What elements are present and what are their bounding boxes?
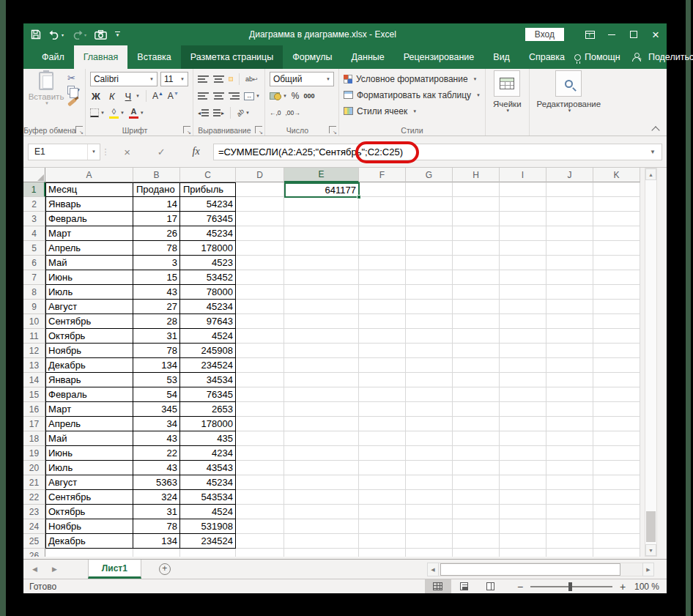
cell-E20[interactable] [284,461,359,475]
cell-D21[interactable] [236,475,284,490]
cell-K15[interactable] [593,387,640,402]
cell-F6[interactable] [359,256,406,270]
cell-A23[interactable]: Октябрь [45,505,133,519]
underline-button[interactable]: Ч [122,91,134,102]
cell-D14[interactable] [236,373,284,387]
cell-G2[interactable] [406,197,453,212]
cell-F10[interactable] [359,314,406,329]
cell-K26[interactable] [593,549,640,557]
cell-B22[interactable]: 324 [133,490,180,505]
cell-H12[interactable] [453,344,500,358]
row-header-1[interactable]: 1 [23,182,45,197]
cell-I8[interactable] [500,285,546,300]
align-bottom-icon[interactable] [229,77,233,81]
cell-K17[interactable] [593,417,640,431]
cell-F14[interactable] [359,373,406,387]
cell-J20[interactable] [546,461,593,475]
cell-E9[interactable] [284,300,359,314]
cell-H2[interactable] [453,197,500,212]
cell-K19[interactable] [593,446,640,461]
comma-style-button[interactable]: 000 [304,92,315,100]
vertical-scrollbar[interactable]: ▲ ▼ [645,168,657,557]
cell-K3[interactable] [593,212,640,226]
row-header-20[interactable]: 20 [23,461,45,475]
cell-B5[interactable]: 78 [133,241,180,256]
accounting-format-icon[interactable] [270,92,281,100]
cell-E7[interactable] [284,270,359,285]
cell-A2[interactable]: Январь [45,197,133,212]
cell-I17[interactable] [500,417,546,431]
cell-G17[interactable] [406,417,453,431]
cell-F7[interactable] [359,270,406,285]
column-header-K[interactable]: K [593,168,640,182]
cell-J19[interactable] [546,446,593,461]
cell-K5[interactable] [593,241,640,256]
font-size-combo[interactable]: 11▼ [160,72,188,86]
cell-J7[interactable] [546,270,593,285]
cell-D2[interactable] [236,197,284,212]
cell-B14[interactable]: 53 [133,373,180,387]
column-header-C[interactable]: C [180,168,236,182]
cell-K14[interactable] [593,373,640,387]
cell-H25[interactable] [453,534,500,549]
cell-E19[interactable] [284,446,359,461]
cell-A24[interactable]: Ноябрь [45,519,133,534]
cell-H17[interactable] [453,417,500,431]
cell-K6[interactable] [593,256,640,270]
next-sheet-icon[interactable]: ▶ [52,565,57,573]
row-header-5[interactable]: 5 [23,241,45,256]
cell-H6[interactable] [453,256,500,270]
borders-icon[interactable] [90,108,99,117]
tab-Главная[interactable]: Главная [74,45,128,69]
cell-B26[interactable] [133,549,180,557]
column-header-A[interactable]: A [45,168,133,182]
cell-A11[interactable]: Октябрь [45,329,133,344]
cell-D13[interactable] [236,358,284,373]
cell-B16[interactable]: 345 [133,402,180,417]
cell-H1[interactable] [453,182,500,197]
cell-D25[interactable] [236,534,284,549]
align-middle-icon[interactable] [213,75,224,84]
new-sheet-icon[interactable]: + [159,563,171,575]
cell-A10[interactable]: Сентябрь [45,314,133,329]
cell-I22[interactable] [500,490,546,505]
cell-A25[interactable]: Декабрь [45,534,133,549]
cell-B19[interactable]: 22 [133,446,180,461]
cell-K9[interactable] [593,300,640,314]
cell-E14[interactable] [284,373,359,387]
cell-J18[interactable] [546,431,593,446]
cell-H3[interactable] [453,212,500,226]
row-header-10[interactable]: 10 [23,314,45,329]
align-center-icon[interactable] [213,92,224,100]
editing-button[interactable]: Редактирование ▼ [530,69,609,136]
cell-C2[interactable]: 54234 [180,197,236,212]
cell-J1[interactable] [546,182,593,197]
cell-G20[interactable] [406,461,453,475]
percent-style-button[interactable]: % [292,91,300,101]
cell-B4[interactable]: 26 [133,226,180,241]
cell-D8[interactable] [236,285,284,300]
cell-I6[interactable] [500,256,546,270]
cell-G23[interactable] [406,505,453,519]
cell-F4[interactable] [359,226,406,241]
cell-F3[interactable] [359,212,406,226]
cell-C12[interactable]: 245908 [180,344,236,358]
tab-Файл[interactable]: Файл [32,45,74,69]
horizontal-scrollbar[interactable]: ◀ ▶ [427,563,654,576]
cell-D3[interactable] [236,212,284,226]
column-header-F[interactable]: F [359,168,406,182]
name-box-dropdown-icon[interactable]: ▼ [87,144,100,160]
cell-D1[interactable] [236,182,284,197]
cell-K25[interactable] [593,534,640,549]
format-as-table-button[interactable]: Форматировать как таблицу▼ [344,88,481,102]
increase-indent-icon[interactable]: ▸ [213,109,224,117]
cell-C7[interactable]: 53452 [180,270,236,285]
cell-I11[interactable] [500,329,546,344]
camera-icon[interactable] [94,30,107,40]
cell-E17[interactable] [284,417,359,431]
cell-I13[interactable] [500,358,546,373]
minimize-icon[interactable] [601,23,623,45]
cell-B15[interactable]: 54 [133,387,180,402]
cell-G6[interactable] [406,256,453,270]
cell-J23[interactable] [546,505,593,519]
